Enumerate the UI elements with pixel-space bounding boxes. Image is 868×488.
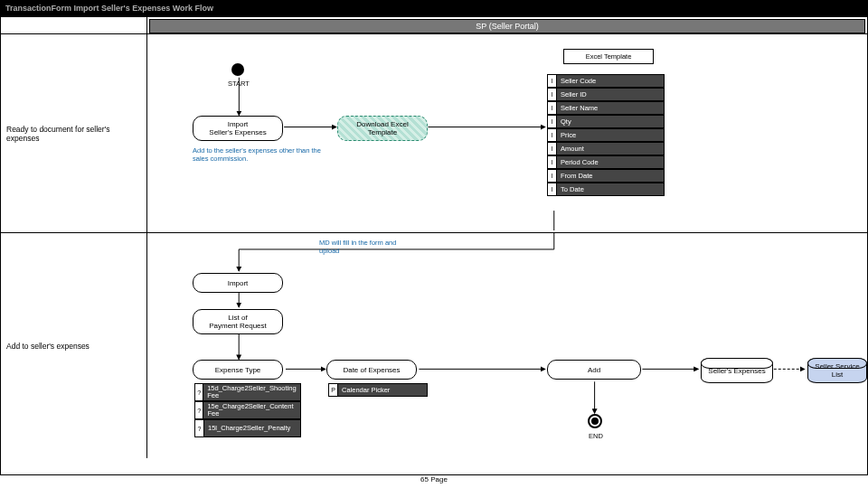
annotation-upload: MD will fill in the form and upload bbox=[319, 239, 419, 255]
excel-field: IPeriod Code bbox=[547, 155, 665, 169]
row1-canvas: START Import Seller's Expenses Download … bbox=[147, 34, 867, 232]
end-label: END bbox=[584, 432, 608, 440]
row-add: Add to seller's expenses bbox=[1, 232, 867, 458]
expense-item: ?15l_Charge2Seller_Penalty bbox=[194, 419, 301, 437]
import-button: Import bbox=[193, 273, 283, 293]
excel-field: ISeller Code bbox=[547, 74, 665, 88]
excel-fields-stack: ISeller Code ISeller ID ISeller Name IQt… bbox=[547, 74, 665, 196]
excel-template-title: Excel Template bbox=[563, 49, 654, 64]
diagram-frame: SP (Seller Portal) Ready to document for… bbox=[0, 16, 868, 475]
swimlane-header: SP (Seller Portal) bbox=[149, 19, 865, 33]
expense-item: ?15e_Charge2Seller_Content Fee bbox=[194, 401, 301, 419]
row1-label: Ready to document for seller's expenses bbox=[1, 34, 147, 232]
excel-field: IQty bbox=[547, 115, 665, 128]
start-label: START bbox=[223, 80, 254, 88]
sellers-expenses-store: Seller's Expenses bbox=[701, 358, 773, 383]
date-of-expenses: Date of Expenses bbox=[326, 360, 417, 380]
excel-field: IAmount bbox=[547, 142, 665, 155]
excel-field: ISeller Name bbox=[547, 101, 665, 115]
expense-item: ?15d_Charge2Seller_Shooting Fee bbox=[194, 383, 301, 401]
import-sellers-expenses: Import Seller's Expenses bbox=[193, 116, 283, 141]
row-ready: Ready to document for seller's expenses … bbox=[1, 33, 867, 232]
excel-field: ISeller ID bbox=[547, 88, 665, 101]
download-excel-template: Download Excel Template bbox=[337, 116, 428, 141]
excel-field: IFrom Date bbox=[547, 169, 665, 183]
title-bar: TransactionForm Import Seller's Expenses… bbox=[0, 0, 868, 16]
header-row: SP (Seller Portal) bbox=[1, 17, 867, 33]
calendar-stack: PCalendar Picker bbox=[328, 383, 428, 397]
add-node: Add bbox=[547, 360, 641, 380]
expense-type: Expense Type bbox=[193, 360, 283, 380]
end-node bbox=[588, 414, 602, 428]
title-text: TransactionForm Import Seller's Expenses… bbox=[5, 4, 213, 13]
calendar-picker: PCalendar Picker bbox=[328, 383, 428, 397]
list-payment-request: List of Payment Request bbox=[193, 309, 283, 334]
annotation-commission: Add to the seller's expenses other than … bbox=[193, 146, 328, 163]
excel-field: IPrice bbox=[547, 128, 665, 142]
row2-label: Add to seller's expenses bbox=[1, 233, 147, 458]
seller-service-list-store: Seller Service List bbox=[807, 358, 867, 383]
excel-field: ITo Date bbox=[547, 183, 665, 196]
row2-canvas: MD will fill in the form and upload Impo… bbox=[147, 233, 867, 458]
page-footer: 65 Page bbox=[0, 475, 868, 488]
start-node bbox=[231, 63, 244, 76]
header-left-empty bbox=[1, 17, 147, 33]
expense-items: ?15d_Charge2Seller_Shooting Fee ?15e_Cha… bbox=[194, 383, 301, 437]
